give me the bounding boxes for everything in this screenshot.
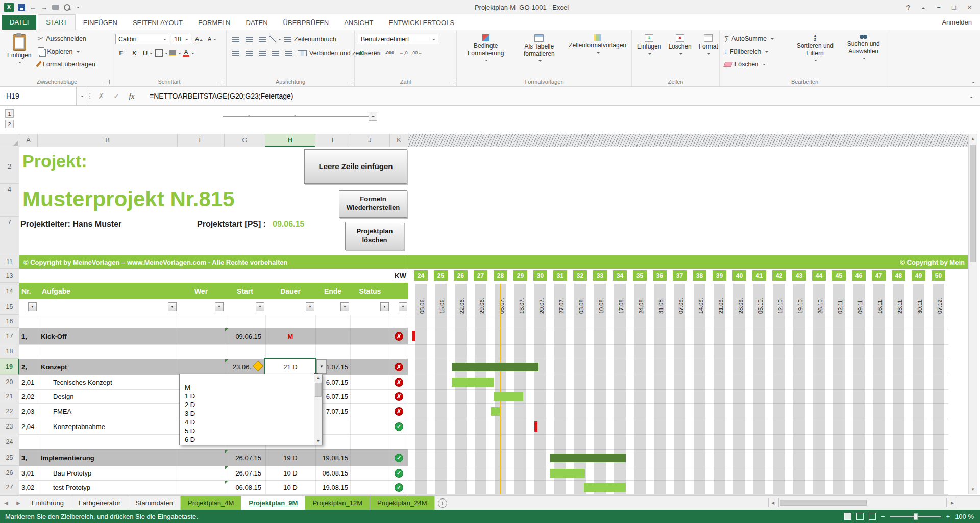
zoom-in-icon[interactable]: +: [946, 513, 950, 520]
cell-ende[interactable]: 19.08.15: [315, 449, 348, 466]
row-header-7[interactable]: 7: [0, 217, 19, 255]
scroll-left-icon[interactable]: ◀: [768, 498, 777, 507]
scroll-up-icon[interactable]: ▲: [969, 134, 977, 143]
prev-sheet-icon[interactable]: ◀: [0, 496, 12, 510]
filter-button-F[interactable]: ▼: [215, 302, 224, 311]
row-header-20[interactable]: 20: [0, 375, 19, 389]
cell-task-name[interactable]: Konzept: [41, 359, 67, 375]
cell-dauer[interactable]: M: [265, 328, 315, 344]
scrollbar-thumb[interactable]: [315, 383, 322, 397]
gantt-column-headers[interactable]: [408, 134, 968, 147]
column-header-F[interactable]: F: [178, 134, 225, 147]
row-header-26[interactable]: 26: [0, 466, 19, 480]
filter-button-B[interactable]: ▼: [168, 302, 177, 311]
row-header-11[interactable]: 11: [0, 255, 19, 269]
cell-start[interactable]: 09.06.15: [225, 328, 261, 344]
cell-start[interactable]: 23.06.: [225, 359, 251, 375]
scrollbar-thumb[interactable]: [970, 145, 976, 262]
page-layout-view-icon[interactable]: [856, 513, 864, 520]
zoom-out-icon[interactable]: −: [881, 513, 885, 520]
scroll-up-icon[interactable]: ▲: [314, 374, 322, 382]
dropdown-item[interactable]: 5 D: [180, 426, 322, 435]
collapse-group-button[interactable]: −: [369, 112, 377, 121]
row-header-4[interactable]: 4: [0, 184, 19, 217]
normal-view-icon[interactable]: [844, 513, 851, 520]
row-header-21[interactable]: 21: [0, 389, 19, 403]
row-header-16[interactable]: 16: [0, 315, 19, 328]
sheet-tab-Stammdaten[interactable]: Stammdaten: [128, 496, 181, 510]
cell-task-name[interactable]: Konzeptabnahme: [53, 419, 105, 434]
cell-task-name[interactable]: test Prototyp: [53, 480, 90, 494]
dropdown-item[interactable]: 3 D: [180, 409, 322, 418]
cell-task-name[interactable]: Design: [53, 389, 74, 403]
column-header-H[interactable]: H: [265, 134, 315, 147]
select-all-corner[interactable]: [0, 134, 19, 147]
row-header-14[interactable]: 14: [0, 283, 19, 299]
dropdown-item[interactable]: 6 D: [180, 435, 322, 444]
scroll-down-icon[interactable]: ▼: [314, 437, 322, 445]
cell-ende[interactable]: 19.08.15: [315, 480, 348, 494]
cell-ende[interactable]: 06.08.15: [315, 466, 348, 480]
row-header-15[interactable]: 15: [0, 299, 19, 315]
outline-level-button-1[interactable]: 1: [5, 109, 14, 118]
sheet-tab-Projektplan_9M[interactable]: Projektplan_9M: [241, 496, 305, 510]
row-header-27[interactable]: 27: [0, 480, 19, 494]
dropdown-scrollbar[interactable]: ▲ ▼: [314, 374, 322, 445]
scrollbar-thumb[interactable]: [780, 500, 867, 506]
cell-nr[interactable]: 2,04: [21, 419, 54, 434]
sheet-tab-Projektplan_24M[interactable]: Projektplan_24M: [370, 496, 435, 510]
cell-nr[interactable]: 3,02: [21, 480, 54, 494]
zoom-level[interactable]: 100 %: [955, 513, 974, 520]
cell-task-name[interactable]: Tecnisches Konzept: [53, 375, 112, 389]
row-header-17[interactable]: 17: [0, 328, 19, 344]
sheet-tab-Projektplan_12M[interactable]: Projektplan_12M: [305, 496, 370, 510]
cell-task-name[interactable]: Implementierung: [41, 449, 94, 466]
sheet-tab-Einführung[interactable]: Einführung: [24, 496, 71, 510]
cell-nr[interactable]: 3,01: [21, 466, 54, 480]
dropdown-item[interactable]: 1 D: [180, 392, 322, 400]
validation-dropdown-button[interactable]: ▼: [316, 359, 327, 374]
cell-dauer[interactable]: 10 D: [265, 466, 315, 480]
cell-task-name[interactable]: FMEA: [53, 403, 71, 419]
cell-nr[interactable]: 2,02: [21, 389, 54, 403]
cell-task-name[interactable]: Bau Prototyp: [53, 466, 91, 480]
restore-formulas-button[interactable]: Formeln Wiederherstellen: [339, 190, 407, 218]
filter-button-A[interactable]: ▼: [28, 302, 37, 311]
scroll-down-icon[interactable]: ▼: [969, 485, 977, 494]
filter-button-J[interactable]: ▼: [380, 302, 389, 311]
row-header-2[interactable]: 2: [0, 149, 19, 184]
column-header-K[interactable]: K: [390, 134, 408, 147]
column-header-J[interactable]: J: [350, 134, 390, 147]
row-header-25[interactable]: 25: [0, 449, 19, 466]
filter-button-H[interactable]: ▼: [306, 302, 314, 311]
cell-nr[interactable]: 2,01: [21, 375, 54, 389]
cell-dauer[interactable]: 10 D: [265, 480, 315, 494]
clear-plan-button[interactable]: Projektplan löschen: [345, 222, 404, 250]
next-sheet-icon[interactable]: ▶: [12, 496, 24, 510]
dropdown-item[interactable]: 2 D: [180, 400, 322, 409]
filter-button-I[interactable]: ▼: [340, 302, 349, 311]
cell-dauer[interactable]: 19 D: [265, 449, 315, 466]
sheet-tab-Projektplan_4M[interactable]: Projektplan_4M: [181, 496, 241, 510]
row-header-24[interactable]: 24: [0, 434, 19, 449]
vertical-scrollbar[interactable]: ▲ ▼: [968, 134, 977, 494]
cell-nr[interactable]: 2,03: [21, 403, 54, 419]
row-header-23[interactable]: 23: [0, 419, 19, 434]
cell-start[interactable]: 26.07.15: [225, 449, 261, 466]
row-header-22[interactable]: 22: [0, 403, 19, 419]
zoom-slider[interactable]: [890, 516, 941, 517]
column-header-G[interactable]: G: [225, 134, 265, 147]
cell-start[interactable]: 26.07.15: [225, 466, 261, 480]
row-header-18[interactable]: 18: [0, 344, 19, 359]
row-header-13[interactable]: 13: [0, 269, 19, 283]
cell-start[interactable]: 06.08.15: [225, 480, 261, 494]
dropdown-item[interactable]: 4 D: [180, 418, 322, 426]
selected-cell-H19[interactable]: [264, 358, 316, 375]
zoom-slider-thumb[interactable]: [914, 513, 918, 520]
duration-dropdown[interactable]: M1 D2 D3 D4 D5 D6 D ▲ ▼: [179, 374, 323, 445]
dropdown-item[interactable]: [180, 374, 322, 383]
filter-button-K[interactable]: ▼: [399, 302, 407, 311]
outline-level-button-2[interactable]: 2: [5, 120, 14, 128]
dropdown-item[interactable]: M: [180, 383, 322, 392]
insert-empty-row-button[interactable]: Leere Zeile einfügen: [304, 149, 407, 184]
